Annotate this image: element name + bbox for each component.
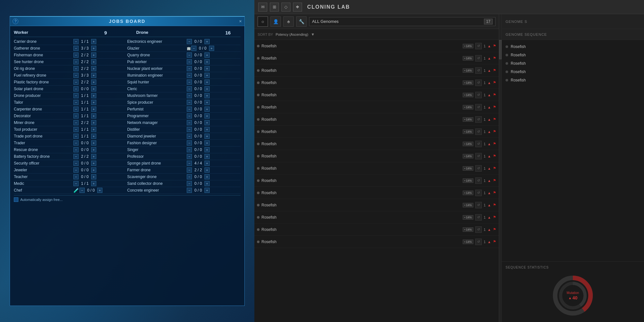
genome-refresh-btn[interactable]: ↺	[475, 239, 482, 245]
job-decrease-btn[interactable]: −	[187, 59, 192, 64]
genome-list-item[interactable]: Rosefish ▪ 14% ↺ 1 ▲ ⚑	[254, 101, 499, 113]
job-decrease-btn[interactable]: −	[73, 107, 79, 112]
job-increase-btn[interactable]: +	[91, 161, 96, 166]
job-increase-btn[interactable]: +	[91, 93, 96, 98]
filter-tool-btn[interactable]: 🔧	[296, 16, 307, 27]
job-decrease-btn[interactable]: −	[187, 188, 192, 193]
job-decrease-btn[interactable]: −	[187, 120, 192, 125]
genome-refresh-btn[interactable]: ↺	[475, 165, 482, 172]
genome-refresh-btn[interactable]: ↺	[475, 214, 482, 221]
job-increase-btn[interactable]: +	[204, 93, 210, 98]
job-increase-btn[interactable]: +	[204, 181, 210, 186]
filter-all-btn[interactable]: ○	[258, 16, 268, 27]
job-increase-btn[interactable]: +	[91, 39, 96, 44]
genome-list-item[interactable]: Rosefish ▪ 14% ↺ 1 ▲ ⚑	[254, 89, 499, 101]
job-decrease-btn[interactable]: −	[187, 39, 192, 44]
job-decrease-btn[interactable]: −	[187, 73, 192, 78]
job-decrease-btn[interactable]: −	[187, 181, 192, 186]
job-increase-btn[interactable]: +	[204, 39, 210, 44]
job-decrease-btn[interactable]: −	[187, 147, 192, 152]
genome-list-item[interactable]: Rosefish ▪ 14% ↺ 1 ▲ ⚑	[254, 52, 499, 64]
genome-refresh-btn[interactable]: ↺	[475, 128, 482, 135]
job-decrease-btn[interactable]: −	[187, 167, 192, 173]
job-decrease-btn[interactable]: −	[187, 93, 192, 98]
job-increase-btn[interactable]: +	[204, 161, 210, 166]
job-decrease-btn[interactable]: −	[187, 80, 192, 85]
sequence-item[interactable]: Rosefish	[502, 43, 644, 51]
job-decrease-btn[interactable]: −	[187, 127, 192, 132]
job-increase-btn[interactable]: +	[91, 86, 96, 91]
job-decrease-btn[interactable]: −	[73, 39, 79, 44]
genome-refresh-btn[interactable]: ↺	[475, 67, 482, 74]
job-increase-btn[interactable]: +	[204, 154, 210, 159]
diamond-icon[interactable]: ◇	[281, 3, 290, 12]
job-increase-btn[interactable]: +	[91, 147, 96, 152]
job-increase-btn[interactable]: +	[204, 113, 210, 118]
genome-refresh-btn[interactable]: ↺	[475, 226, 482, 233]
job-increase-btn[interactable]: +	[204, 167, 210, 173]
job-increase-btn[interactable]: +	[204, 59, 210, 64]
job-increase-btn[interactable]: +	[204, 134, 210, 139]
genome-refresh-btn[interactable]: ↺	[475, 80, 482, 86]
job-decrease-btn[interactable]: −	[187, 86, 192, 91]
job-decrease-btn[interactable]: −	[187, 52, 192, 58]
genome-list-item[interactable]: Rosefish ▪ 14% ↺ 1 ▲ ⚑	[254, 175, 499, 187]
job-increase-btn[interactable]: +	[91, 113, 96, 118]
job-increase-btn[interactable]: +	[204, 127, 210, 132]
job-decrease-btn[interactable]: −	[73, 52, 79, 58]
job-decrease-btn[interactable]: −	[187, 140, 192, 146]
scrollbar-track[interactable]	[499, 14, 502, 322]
job-decrease-btn[interactable]: −	[187, 66, 192, 71]
job-increase-btn[interactable]: +	[204, 80, 210, 85]
genome-refresh-btn[interactable]: ↺	[475, 141, 482, 147]
job-increase-btn[interactable]: +	[204, 52, 210, 58]
job-increase-btn[interactable]: +	[91, 80, 96, 85]
job-increase-btn[interactable]: +	[204, 147, 210, 152]
job-decrease-btn[interactable]: −	[73, 93, 79, 98]
job-decrease-btn[interactable]: −	[187, 107, 192, 112]
job-decrease-btn[interactable]: −	[73, 181, 79, 186]
cluster-icon[interactable]: ❖	[293, 3, 302, 12]
genome-refresh-btn[interactable]: ↺	[475, 55, 482, 62]
job-decrease-btn[interactable]: −	[73, 161, 79, 166]
job-increase-btn[interactable]: +	[204, 120, 210, 125]
genome-refresh-btn[interactable]: ↺	[475, 92, 482, 98]
job-increase-btn[interactable]: +	[91, 140, 96, 146]
job-increase-btn[interactable]: +	[91, 59, 96, 64]
job-decrease-btn[interactable]: −	[73, 140, 79, 146]
job-decrease-btn[interactable]: −	[187, 161, 192, 166]
genome-list-item[interactable]: Rosefish ▪ 14% ↺ 1 ▲ ⚑	[254, 126, 499, 138]
job-increase-btn[interactable]: +	[204, 66, 210, 71]
job-decrease-btn[interactable]: −	[73, 154, 79, 159]
grid-icon[interactable]: ⊞	[270, 3, 279, 12]
mail-icon[interactable]: ✉	[258, 3, 267, 12]
job-increase-btn[interactable]: +	[91, 174, 96, 179]
genome-list-item[interactable]: Rosefish ▪ 14% ↺ 1 ▲ ⚑	[254, 150, 499, 162]
auto-assign-checkbox[interactable]	[14, 197, 18, 202]
genome-refresh-btn[interactable]: ↺	[475, 177, 482, 184]
genome-list-item[interactable]: Rosefish ▪ 14% ↺ 1 ▲ ⚑	[254, 187, 499, 199]
sequence-item[interactable]: Rosefish	[502, 51, 644, 59]
job-increase-btn[interactable]: +	[91, 100, 96, 105]
sort-arrow-icon[interactable]: ▼	[311, 32, 315, 37]
job-increase-btn[interactable]: +	[91, 73, 96, 78]
genome-list-item[interactable]: Rosefish ▪ 14% ↺ 1 ▲ ⚑	[254, 77, 499, 89]
job-increase-btn[interactable]: +	[91, 52, 96, 58]
job-increase-btn[interactable]: +	[204, 188, 210, 193]
job-decrease-btn[interactable]: −	[73, 46, 79, 51]
genome-list-item[interactable]: Rosefish ▪ 14% ↺ 1 ▲ ⚑	[254, 211, 499, 223]
job-decrease-btn[interactable]: −	[187, 100, 192, 105]
genome-list-item[interactable]: Rosefish ▪ 14% ↺ 1 ▲ ⚑	[254, 223, 499, 236]
filter-person-btn[interactable]: 👤	[270, 16, 281, 27]
job-increase-btn[interactable]: +	[204, 140, 210, 146]
genome-refresh-btn[interactable]: ↺	[475, 153, 482, 159]
job-increase-btn[interactable]: +	[91, 127, 96, 132]
job-decrease-btn[interactable]: −	[73, 120, 79, 125]
job-increase-btn[interactable]: +	[204, 86, 210, 91]
filter-genome-btn[interactable]: ♣	[283, 16, 294, 27]
job-increase-btn[interactable]: +	[91, 46, 96, 51]
job-increase-btn[interactable]: +	[204, 100, 210, 105]
job-decrease-btn[interactable]: −	[73, 174, 79, 179]
job-decrease-btn[interactable]: −	[73, 86, 79, 91]
job-increase-btn[interactable]: +	[209, 46, 214, 51]
